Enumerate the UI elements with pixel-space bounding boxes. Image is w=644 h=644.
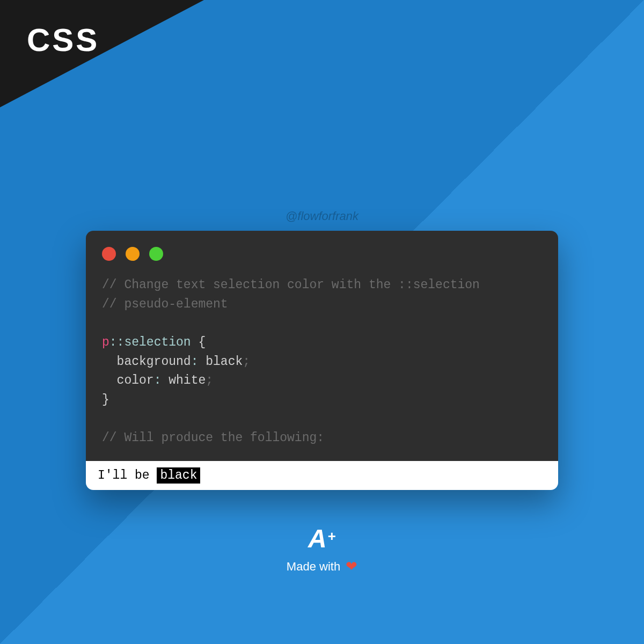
code-body: // Change text selection color with the … (86, 231, 558, 461)
code-semicolon: ; (243, 355, 250, 369)
code-comment: // Change text selection color with the … (102, 278, 480, 292)
made-with-line: Made with ❤ (287, 558, 357, 575)
output-selected-text: black (157, 467, 200, 484)
code-property: color (117, 374, 154, 387)
code-semicolon: ; (206, 374, 213, 387)
code-value: white (169, 374, 206, 387)
code-colon: : (154, 374, 162, 387)
maximize-icon (149, 247, 163, 261)
code-value: black (206, 355, 243, 369)
close-icon (102, 247, 116, 261)
output-text-prefix: I'll be (98, 469, 157, 482)
traffic-lights (102, 247, 542, 261)
code-brace: { (191, 335, 206, 349)
minimize-icon (126, 247, 140, 261)
code-property: background (117, 355, 191, 369)
heart-icon: ❤ (346, 558, 357, 575)
footer: A + Made with ❤ (287, 526, 357, 575)
code-window: // Change text selection color with the … (86, 231, 558, 490)
code-brace: } (102, 393, 109, 407)
code-comment: // pseudo-element (102, 297, 228, 311)
code-comment: // Will produce the following: (102, 431, 324, 445)
corner-label: CSS (27, 21, 99, 58)
watermark-handle: @flowforfrank (286, 209, 358, 223)
output-bar: I'll be black (86, 461, 558, 490)
logo: A + (308, 526, 336, 552)
logo-plus-icon: + (328, 528, 336, 545)
code-colon: : (191, 355, 199, 369)
code-selector-tag: p (102, 335, 109, 349)
made-with-text: Made with (287, 560, 340, 574)
code-selector-pseudo: ::selection (109, 335, 191, 349)
logo-letter: A (308, 526, 327, 552)
code-block: // Change text selection color with the … (102, 276, 542, 448)
